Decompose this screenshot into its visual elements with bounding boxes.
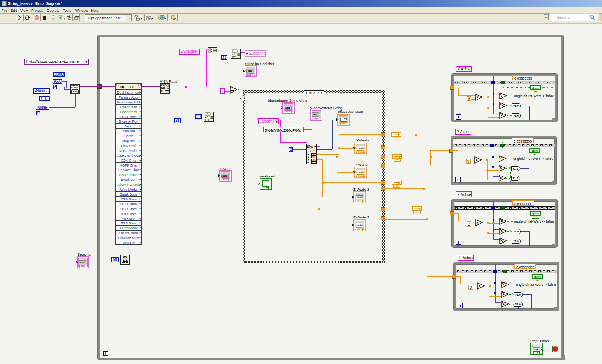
svg-text:%: % bbox=[310, 145, 313, 149]
svg-text:x: x bbox=[477, 95, 479, 99]
svg-text:>: > bbox=[502, 292, 505, 296]
svg-text:x: x bbox=[476, 158, 478, 162]
svg-text:≠: ≠ bbox=[501, 219, 503, 223]
svg-text:<: < bbox=[500, 113, 503, 117]
svg-text:>: > bbox=[500, 166, 502, 170]
svg-text:<: < bbox=[502, 302, 505, 306]
svg-text:≠: ≠ bbox=[501, 94, 503, 97]
svg-text:<: < bbox=[500, 239, 503, 243]
svg-text:≠: ≠ bbox=[503, 282, 505, 286]
svg-text:<: < bbox=[500, 176, 502, 180]
svg-text:>: > bbox=[500, 103, 503, 108]
svg-text:>: > bbox=[500, 229, 503, 233]
svg-text:x: x bbox=[477, 221, 479, 224]
svg-text:x: x bbox=[479, 284, 480, 288]
svg-text:≠: ≠ bbox=[500, 156, 502, 160]
